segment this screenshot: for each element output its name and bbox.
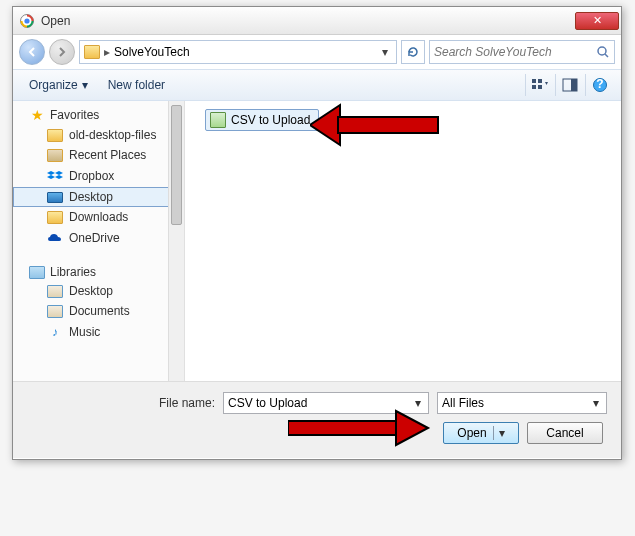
search-box[interactable] <box>429 40 615 64</box>
breadcrumb[interactable]: ▸ SolveYouTech ▾ <box>79 40 397 64</box>
window-title: Open <box>41 14 575 28</box>
sidebar-item-lib-desktop[interactable]: Desktop <box>13 281 184 301</box>
filename-value: CSV to Upload <box>228 396 307 410</box>
search-input[interactable] <box>434 45 596 59</box>
sidebar-item-lib-music[interactable]: ♪ Music <box>13 321 184 343</box>
sidebar-item-desktop[interactable]: Desktop <box>13 187 184 207</box>
organize-label: Organize <box>29 78 78 92</box>
chevron-down-icon[interactable]: ▾ <box>590 396 602 410</box>
cancel-button[interactable]: Cancel <box>527 422 603 444</box>
svg-rect-4 <box>532 79 536 83</box>
sidebar-item-label: Recent Places <box>69 148 146 162</box>
favorites-label: Favorites <box>50 108 99 122</box>
sidebar-item-old-desktop-files[interactable]: old-desktop-files <box>13 125 184 145</box>
view-options-button[interactable] <box>525 74 553 96</box>
recent-icon <box>47 149 63 162</box>
refresh-button[interactable] <box>401 40 425 64</box>
folder-icon <box>84 45 100 59</box>
dropbox-icon <box>47 168 63 184</box>
libraries-label: Libraries <box>50 265 96 279</box>
sidebar-item-dropbox[interactable]: Dropbox <box>13 165 184 187</box>
new-folder-button[interactable]: New folder <box>100 74 173 96</box>
svg-rect-6 <box>532 85 536 89</box>
svg-text:?: ? <box>596 77 603 91</box>
nav-forward-button[interactable] <box>49 39 75 65</box>
svg-rect-7 <box>538 85 542 89</box>
sidebar-scrollbar[interactable] <box>168 101 184 381</box>
open-label: Open <box>457 426 486 440</box>
svg-line-3 <box>605 54 608 57</box>
dialog-body: ★ Favorites old-desktop-files Recent Pla… <box>13 101 621 381</box>
open-button[interactable]: Open ▾ <box>443 422 519 444</box>
chevron-down-icon: ▾ <box>82 78 88 92</box>
file-filter-combo[interactable]: All Files ▾ <box>437 392 607 414</box>
sidebar-item-label: Dropbox <box>69 169 114 183</box>
search-icon <box>596 45 610 59</box>
app-icon <box>19 13 35 29</box>
filename-combo[interactable]: CSV to Upload ▾ <box>223 392 429 414</box>
cancel-label: Cancel <box>546 426 583 440</box>
chevron-right-icon: ▸ <box>104 45 110 59</box>
libraries-icon <box>29 266 45 279</box>
folder-icon <box>47 129 63 142</box>
sidebar-item-label: old-desktop-files <box>69 128 156 142</box>
svg-rect-9 <box>571 79 577 91</box>
file-item-csv-to-upload[interactable]: CSV to Upload <box>205 109 319 131</box>
sidebar-group-libraries[interactable]: Libraries <box>13 259 184 281</box>
sidebar-item-label: Desktop <box>69 190 113 204</box>
sidebar-item-onedrive[interactable]: OneDrive <box>13 227 184 249</box>
filter-value: All Files <box>442 396 484 410</box>
help-button[interactable]: ? <box>585 74 613 96</box>
file-name-label: CSV to Upload <box>231 113 310 127</box>
sidebar-item-downloads[interactable]: Downloads <box>13 207 184 227</box>
close-button[interactable]: ✕ <box>575 12 619 30</box>
open-file-dialog: Open ✕ ▸ SolveYouTech ▾ Organize ▾ <box>12 6 622 460</box>
sidebar-item-label: Desktop <box>69 284 113 298</box>
document-icon <box>47 305 63 318</box>
sidebar-item-label: Music <box>69 325 100 339</box>
sidebar-item-label: OneDrive <box>69 231 120 245</box>
onedrive-icon <box>47 230 63 246</box>
breadcrumb-dropdown[interactable]: ▾ <box>378 45 392 59</box>
file-list-pane[interactable]: CSV to Upload <box>185 101 621 381</box>
folder-icon <box>47 211 63 224</box>
spreadsheet-icon <box>210 112 226 128</box>
dialog-footer: File name: CSV to Upload ▾ All Files ▾ O… <box>13 381 621 458</box>
breadcrumb-location[interactable]: SolveYouTech <box>114 45 190 59</box>
svg-point-1 <box>24 18 29 23</box>
chevron-down-icon[interactable]: ▾ <box>412 396 424 410</box>
star-icon: ★ <box>29 107 45 123</box>
filename-label: File name: <box>27 396 215 410</box>
sidebar-item-lib-documents[interactable]: Documents <box>13 301 184 321</box>
sidebar-item-recent-places[interactable]: Recent Places <box>13 145 184 165</box>
toolbar: Organize ▾ New folder ? <box>13 69 621 101</box>
sidebar: ★ Favorites old-desktop-files Recent Pla… <box>13 101 185 381</box>
preview-pane-button[interactable] <box>555 74 583 96</box>
desktop-icon <box>47 192 63 203</box>
sidebar-group-favorites[interactable]: ★ Favorites <box>13 101 184 125</box>
new-folder-label: New folder <box>108 78 165 92</box>
scrollbar-thumb[interactable] <box>171 105 182 225</box>
nav-back-button[interactable] <box>19 39 45 65</box>
open-split-dropdown[interactable]: ▾ <box>493 426 505 440</box>
titlebar: Open ✕ <box>13 7 621 35</box>
document-icon <box>47 285 63 298</box>
music-icon: ♪ <box>47 324 63 340</box>
svg-rect-5 <box>538 79 542 83</box>
svg-point-2 <box>598 47 606 55</box>
navbar: ▸ SolveYouTech ▾ <box>13 35 621 69</box>
sidebar-item-label: Documents <box>69 304 130 318</box>
sidebar-item-label: Downloads <box>69 210 128 224</box>
organize-button[interactable]: Organize ▾ <box>21 74 96 96</box>
